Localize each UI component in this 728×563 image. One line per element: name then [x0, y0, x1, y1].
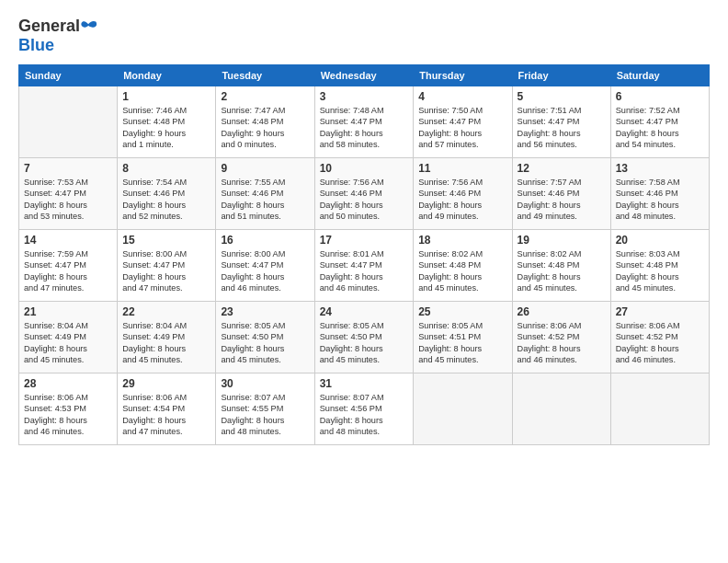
day-info: Sunrise: 8:04 AM Sunset: 4:49 PM Dayligh… — [24, 320, 112, 366]
day-info: Sunrise: 8:03 AM Sunset: 4:48 PM Dayligh… — [616, 248, 704, 294]
day-cell: 17Sunrise: 8:01 AM Sunset: 4:47 PM Dayli… — [314, 230, 414, 302]
day-cell: 5Sunrise: 7:51 AM Sunset: 4:47 PM Daylig… — [512, 86, 610, 158]
logo-blue: Blue — [18, 36, 54, 55]
day-number: 22 — [122, 305, 210, 318]
day-number: 20 — [616, 234, 704, 247]
day-info: Sunrise: 7:53 AM Sunset: 4:47 PM Dayligh… — [24, 177, 112, 223]
day-info: Sunrise: 8:07 AM Sunset: 4:56 PM Dayligh… — [320, 392, 409, 438]
day-number: 10 — [320, 162, 409, 175]
day-cell: 15Sunrise: 8:00 AM Sunset: 4:47 PM Dayli… — [118, 230, 216, 302]
day-info: Sunrise: 7:47 AM Sunset: 4:48 PM Dayligh… — [221, 105, 309, 151]
day-number: 12 — [518, 162, 606, 175]
col-header-tuesday: Tuesday — [216, 65, 314, 86]
day-number: 21 — [24, 305, 112, 318]
week-row-2: 7Sunrise: 7:53 AM Sunset: 4:47 PM Daylig… — [19, 158, 710, 230]
day-info: Sunrise: 7:56 AM Sunset: 4:46 PM Dayligh… — [418, 177, 506, 223]
day-cell: 6Sunrise: 7:52 AM Sunset: 4:47 PM Daylig… — [610, 86, 709, 158]
day-cell: 21Sunrise: 8:04 AM Sunset: 4:49 PM Dayli… — [19, 302, 118, 373]
day-info: Sunrise: 8:00 AM Sunset: 4:47 PM Dayligh… — [221, 248, 309, 294]
day-cell: 9Sunrise: 7:55 AM Sunset: 4:46 PM Daylig… — [216, 158, 314, 230]
day-info: Sunrise: 8:06 AM Sunset: 4:52 PM Dayligh… — [518, 320, 606, 366]
day-number: 1 — [122, 90, 210, 103]
day-info: Sunrise: 8:06 AM Sunset: 4:52 PM Dayligh… — [616, 320, 704, 366]
day-cell: 16Sunrise: 8:00 AM Sunset: 4:47 PM Dayli… — [216, 230, 314, 302]
day-info: Sunrise: 8:06 AM Sunset: 4:54 PM Dayligh… — [122, 392, 210, 438]
day-cell: 10Sunrise: 7:56 AM Sunset: 4:46 PM Dayli… — [314, 158, 414, 230]
day-cell: 14Sunrise: 7:59 AM Sunset: 4:47 PM Dayli… — [19, 230, 118, 302]
day-cell: 26Sunrise: 8:06 AM Sunset: 4:52 PM Dayli… — [512, 302, 610, 373]
logo-bird-icon — [81, 20, 97, 33]
day-number: 17 — [320, 234, 409, 247]
day-info: Sunrise: 8:02 AM Sunset: 4:48 PM Dayligh… — [418, 248, 506, 294]
day-number: 27 — [616, 305, 704, 318]
calendar-header-row: SundayMondayTuesdayWednesdayThursdayFrid… — [19, 65, 710, 86]
day-info: Sunrise: 7:52 AM Sunset: 4:47 PM Dayligh… — [616, 105, 704, 151]
day-number: 19 — [518, 234, 606, 247]
day-cell: 24Sunrise: 8:05 AM Sunset: 4:50 PM Dayli… — [314, 302, 414, 373]
day-info: Sunrise: 8:01 AM Sunset: 4:47 PM Dayligh… — [320, 248, 409, 294]
day-number: 25 — [418, 305, 506, 318]
day-cell — [512, 373, 610, 445]
day-info: Sunrise: 7:55 AM Sunset: 4:46 PM Dayligh… — [221, 177, 309, 223]
day-cell: 3Sunrise: 7:48 AM Sunset: 4:47 PM Daylig… — [314, 86, 414, 158]
col-header-monday: Monday — [118, 65, 216, 86]
day-info: Sunrise: 8:00 AM Sunset: 4:47 PM Dayligh… — [122, 248, 210, 294]
week-row-4: 21Sunrise: 8:04 AM Sunset: 4:49 PM Dayli… — [19, 302, 710, 373]
day-number: 28 — [24, 377, 112, 390]
day-info: Sunrise: 8:04 AM Sunset: 4:49 PM Dayligh… — [122, 320, 210, 366]
day-info: Sunrise: 8:05 AM Sunset: 4:50 PM Dayligh… — [320, 320, 409, 366]
day-info: Sunrise: 7:56 AM Sunset: 4:46 PM Dayligh… — [320, 177, 409, 223]
day-number: 16 — [221, 234, 309, 247]
col-header-friday: Friday — [512, 65, 610, 86]
day-cell: 25Sunrise: 8:05 AM Sunset: 4:51 PM Dayli… — [414, 302, 512, 373]
day-number: 30 — [221, 377, 309, 390]
col-header-saturday: Saturday — [610, 65, 709, 86]
day-info: Sunrise: 8:05 AM Sunset: 4:51 PM Dayligh… — [418, 320, 506, 366]
day-number: 3 — [320, 90, 409, 103]
day-number: 31 — [320, 377, 409, 390]
day-cell: 13Sunrise: 7:58 AM Sunset: 4:46 PM Dayli… — [610, 158, 709, 230]
day-info: Sunrise: 7:57 AM Sunset: 4:46 PM Dayligh… — [518, 177, 606, 223]
col-header-thursday: Thursday — [414, 65, 512, 86]
day-cell — [19, 86, 118, 158]
day-cell: 12Sunrise: 7:57 AM Sunset: 4:46 PM Dayli… — [512, 158, 610, 230]
day-number: 23 — [221, 305, 309, 318]
day-cell: 18Sunrise: 8:02 AM Sunset: 4:48 PM Dayli… — [414, 230, 512, 302]
day-number: 18 — [418, 234, 506, 247]
day-number: 8 — [122, 162, 210, 175]
day-number: 26 — [518, 305, 606, 318]
day-cell: 2Sunrise: 7:47 AM Sunset: 4:48 PM Daylig… — [216, 86, 314, 158]
day-number: 15 — [122, 234, 210, 247]
day-number: 6 — [616, 90, 704, 103]
day-info: Sunrise: 8:05 AM Sunset: 4:50 PM Dayligh… — [221, 320, 309, 366]
day-number: 9 — [221, 162, 309, 175]
day-cell: 11Sunrise: 7:56 AM Sunset: 4:46 PM Dayli… — [414, 158, 512, 230]
day-number: 29 — [122, 377, 210, 390]
day-number: 24 — [320, 305, 409, 318]
day-cell — [610, 373, 709, 445]
day-cell: 19Sunrise: 8:02 AM Sunset: 4:48 PM Dayli… — [512, 230, 610, 302]
week-row-3: 14Sunrise: 7:59 AM Sunset: 4:47 PM Dayli… — [19, 230, 710, 302]
day-cell: 1Sunrise: 7:46 AM Sunset: 4:48 PM Daylig… — [118, 86, 216, 158]
day-cell: 27Sunrise: 8:06 AM Sunset: 4:52 PM Dayli… — [610, 302, 709, 373]
day-info: Sunrise: 7:54 AM Sunset: 4:46 PM Dayligh… — [122, 177, 210, 223]
page: GeneralBlue SundayMondayTuesdayWednesday… — [0, 0, 728, 563]
day-info: Sunrise: 8:06 AM Sunset: 4:53 PM Dayligh… — [24, 392, 112, 438]
day-cell: 31Sunrise: 8:07 AM Sunset: 4:56 PM Dayli… — [314, 373, 414, 445]
day-number: 5 — [518, 90, 606, 103]
day-number: 4 — [418, 90, 506, 103]
col-header-wednesday: Wednesday — [314, 65, 414, 86]
day-cell: 4Sunrise: 7:50 AM Sunset: 4:47 PM Daylig… — [414, 86, 512, 158]
calendar: SundayMondayTuesdayWednesdayThursdayFrid… — [18, 64, 710, 445]
day-cell: 23Sunrise: 8:05 AM Sunset: 4:50 PM Dayli… — [216, 302, 314, 373]
day-cell: 30Sunrise: 8:07 AM Sunset: 4:55 PM Dayli… — [216, 373, 314, 445]
col-header-sunday: Sunday — [19, 65, 118, 86]
day-number: 14 — [24, 234, 112, 247]
day-info: Sunrise: 7:58 AM Sunset: 4:46 PM Dayligh… — [616, 177, 704, 223]
logo: GeneralBlue — [18, 17, 97, 55]
day-number: 2 — [221, 90, 309, 103]
header: GeneralBlue — [18, 17, 710, 55]
day-number: 11 — [418, 162, 506, 175]
day-info: Sunrise: 7:50 AM Sunset: 4:47 PM Dayligh… — [418, 105, 506, 151]
day-cell: 8Sunrise: 7:54 AM Sunset: 4:46 PM Daylig… — [118, 158, 216, 230]
